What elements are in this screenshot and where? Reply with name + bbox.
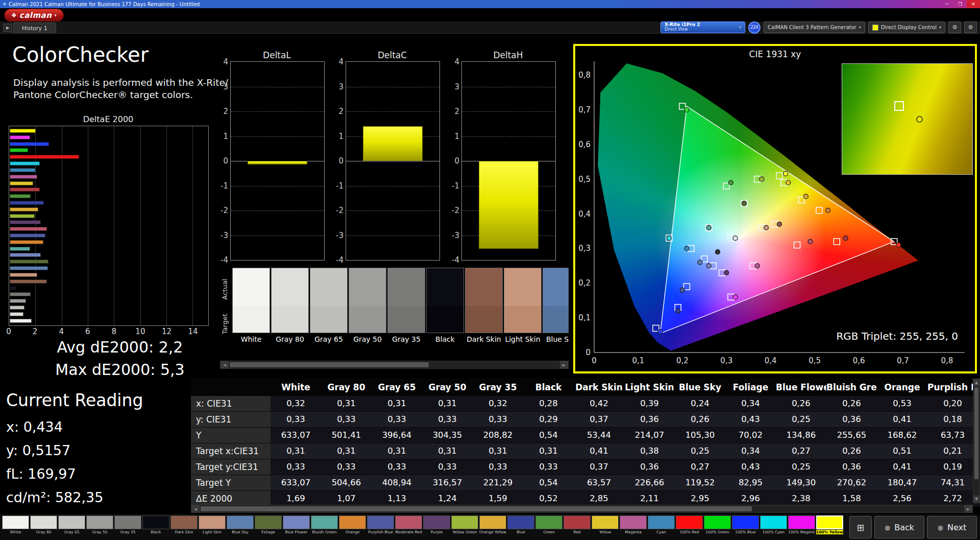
- delta-axis-label: -4: [448, 255, 459, 265]
- cie-point-moderate-red: [808, 239, 813, 244]
- delta-gridline: [346, 161, 439, 161]
- table-header-gray-50: Gray 50: [422, 379, 473, 396]
- palette-swatch-100-green[interactable]: 100% Green: [704, 515, 731, 540]
- table-cell: 221,29: [473, 475, 523, 491]
- table-cell: 214,07: [624, 428, 675, 443]
- table-vscrollbar[interactable]: ▲ ▼: [973, 379, 980, 503]
- palette-swatch-purplish-blue[interactable]: Purplish Blue: [367, 515, 394, 540]
- delta-gridline: [346, 236, 439, 236]
- palette-swatch-color: [676, 515, 703, 529]
- table-cell: 0,37: [574, 412, 624, 428]
- tab-history-1[interactable]: History 1: [13, 22, 56, 34]
- strip-actual-color: [504, 268, 541, 306]
- palette-swatch-orange[interactable]: Orange: [339, 515, 366, 540]
- palette-swatch-100-blue[interactable]: 100% Blue: [732, 515, 759, 540]
- workflow-gear-button[interactable]: ⚙: [964, 21, 977, 33]
- back-button[interactable]: ● Back: [874, 516, 924, 538]
- palette-swatch-100-cyan[interactable]: 100% Cyan: [760, 515, 787, 540]
- palette-swatch-white[interactable]: White: [2, 515, 29, 540]
- minimize-button[interactable]: ─: [940, 0, 953, 8]
- deltac-bar: [363, 126, 423, 161]
- close-button[interactable]: ✕: [967, 0, 980, 8]
- reading-fl: fL: 169,97: [6, 466, 76, 482]
- cie-point-foliage: [742, 201, 746, 206]
- display-control-dropdown[interactable]: Direct Display Control ▾: [868, 21, 945, 33]
- palette-swatch-blue-flower[interactable]: Blue Flower: [283, 515, 310, 540]
- table-cell: 0,31: [422, 396, 473, 412]
- palette-swatch-gray-35[interactable]: Gray 35: [114, 515, 141, 540]
- app-icon: ❖: [3, 2, 7, 7]
- table-vscroll-thumb[interactable]: [974, 387, 978, 479]
- palette-swatch-color: [114, 515, 141, 529]
- palette-swatch-gray-80[interactable]: Gray 80: [30, 515, 57, 540]
- palette-swatch-100-yellow[interactable]: 100% Yellow: [816, 515, 843, 540]
- table-scroll-thumb[interactable]: [201, 506, 752, 511]
- swatch-strip-row: WhiteGray 80Gray 65Gray 50Gray 35BlackDa…: [232, 268, 569, 343]
- strip-swatch-label: Light Skin: [504, 335, 542, 343]
- palette-swatch-yellow-green[interactable]: Yellow Green: [451, 515, 478, 540]
- table-cell: 208,82: [473, 428, 523, 443]
- table-cell: 0,33: [422, 459, 473, 475]
- palette-swatch-gray-50[interactable]: Gray 50: [86, 515, 113, 540]
- table-scrollbar[interactable]: ◄ ►: [191, 505, 973, 513]
- palette-swatch-100-magenta[interactable]: 100% Magenta: [788, 515, 815, 540]
- chevron-down-icon: ▾: [54, 13, 57, 18]
- palette-swatch-color: [788, 515, 815, 529]
- table-cell: 0,33: [321, 412, 372, 428]
- palette-swatch-black[interactable]: Black: [142, 515, 169, 540]
- next-button[interactable]: ● Next: [927, 516, 977, 538]
- palette-swatch-bluish-green[interactable]: Bluish Green: [311, 515, 338, 540]
- table-cell: 0,53: [877, 396, 927, 412]
- table-cell: 0,34: [725, 396, 776, 412]
- scroll-right-icon[interactable]: ►: [964, 505, 972, 512]
- calman-logo-menu[interactable]: ❖ calman ▾: [4, 9, 64, 22]
- palette-swatch-label: Gray 50: [86, 530, 113, 534]
- palette-swatch-blue[interactable]: Blue: [507, 515, 534, 540]
- palette-swatch-orange-yellow[interactable]: Orange Yellow: [479, 515, 506, 540]
- cie-target-100-green: [679, 103, 685, 109]
- meter-select-dropdown[interactable]: X-Rite i1Pro 2 Direct View ▾: [660, 21, 745, 33]
- palette-swatch-moderate-red[interactable]: Moderate Red: [395, 515, 422, 540]
- scroll-right-icon[interactable]: ►: [560, 361, 568, 368]
- strip-scroll-thumb[interactable]: [230, 362, 429, 367]
- scroll-left-icon[interactable]: ◄: [220, 361, 229, 368]
- deltae-axis-label: 12: [162, 327, 172, 336]
- palette-swatch-light-skin[interactable]: Light Skin: [199, 515, 226, 540]
- table-cell: 0,33: [473, 459, 523, 475]
- palette-swatch-label: 100% Yellow: [816, 530, 843, 534]
- palette-swatch-foliage[interactable]: Foliage: [255, 515, 282, 540]
- palette-swatch-yellow[interactable]: Yellow: [592, 515, 619, 540]
- table-row-label-y-cie31: y: CIE31: [191, 412, 271, 428]
- palette-swatch-color: [816, 515, 843, 529]
- table-row-label-x-cie31: x: CIE31: [191, 396, 271, 412]
- scroll-left-icon[interactable]: ◄: [191, 505, 200, 512]
- meter-count-badge[interactable]: 224: [748, 21, 761, 34]
- palette-swatch-red[interactable]: Red: [564, 515, 591, 540]
- settings-gear-button[interactable]: ⚙: [948, 21, 961, 33]
- table-cell: 255,65: [826, 428, 877, 443]
- maximize-button[interactable]: ❐: [953, 0, 967, 8]
- palette-swatch-color: [564, 515, 591, 529]
- history-nav-button[interactable]: ▶: [3, 24, 12, 32]
- strip-target-color: [349, 306, 386, 333]
- deltae-bar-100-green: [10, 148, 28, 152]
- tab-history-1-label: History 1: [22, 25, 47, 32]
- palette-swatch-dark-skin[interactable]: Dark Skin: [170, 515, 198, 540]
- cie-point-blue: [676, 309, 680, 313]
- pattern-generator-dropdown[interactable]: CalMAN Client 3 Pattern Generator ▾: [764, 21, 865, 33]
- palette-swatch-blue-sky[interactable]: Blue Sky: [227, 515, 254, 540]
- palette-swatch-purple[interactable]: Purple: [423, 515, 450, 540]
- layout-grid-button[interactable]: ⊞: [849, 516, 872, 538]
- palette-swatch-green[interactable]: Green: [535, 515, 562, 540]
- palette-swatch-gray-65[interactable]: Gray 65: [58, 515, 85, 540]
- scroll-down-icon[interactable]: ▼: [973, 496, 979, 503]
- scroll-up-icon[interactable]: ▲: [973, 379, 979, 386]
- palette-swatch-cyan[interactable]: Cyan: [648, 515, 675, 540]
- delta-axis-label: -2: [448, 206, 459, 215]
- palette-swatch-100-red[interactable]: 100% Red: [676, 515, 703, 540]
- palette-swatch-magenta[interactable]: Magenta: [620, 515, 647, 540]
- strip-target-color: [465, 306, 502, 333]
- cie-x-tick: 0: [592, 356, 597, 365]
- strip-scrollbar[interactable]: ◄ ►: [220, 361, 569, 369]
- strip-swatch-gray-65: Gray 65: [310, 268, 348, 343]
